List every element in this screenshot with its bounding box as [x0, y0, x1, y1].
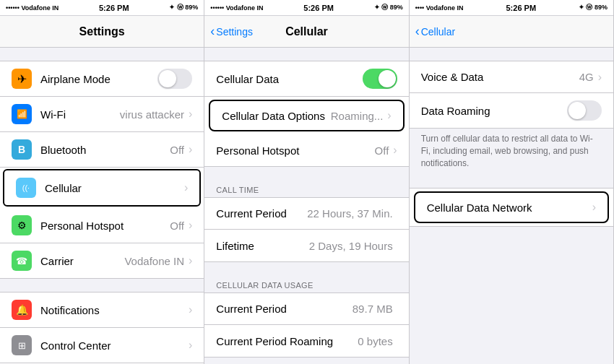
cellular-hotspot-value: Off	[375, 144, 389, 157]
cellular-options-chevron-icon: ›	[387, 109, 391, 122]
nav-bar-3: ‹ Cellular	[410, 16, 613, 48]
current-period-roaming-label: Current Period Roaming	[216, 335, 358, 347]
cellular-hotspot-item[interactable]: Personal Hotspot Off ›	[204, 134, 408, 166]
data-roaming-item[interactable]: Data Roaming	[410, 93, 613, 128]
cellular-chevron-icon: ›	[184, 181, 188, 194]
wifi-item[interactable]: 📶 Wi-Fi virus attacker ›	[0, 97, 204, 132]
cellular-list: Cellular Data Cellular Data Options Roam…	[204, 48, 408, 364]
cellular-data-options-value: Roaming...	[331, 110, 384, 122]
cellular-item[interactable]: ((· Cellular ›	[3, 169, 201, 207]
cellular-data-network-label: Cellular Data Network	[427, 202, 592, 214]
cellular-main-group: Cellular Data Cellular Data Options Roam…	[204, 61, 408, 167]
nav-bar-2: ‹ Settings Cellular	[204, 16, 408, 48]
hotspot-label: Personal Hotspot	[40, 220, 170, 232]
current-period-data-item: Current Period 89.7 MB	[204, 293, 408, 325]
voice-data-label: Voice & Data	[421, 71, 579, 83]
carrier-item[interactable]: ☎ Carrier Vodafone IN ›	[0, 243, 204, 278]
icons-3: ✦ ⓦ 89%	[579, 3, 607, 12]
control-center-label: Control Center	[40, 339, 189, 352]
cellular-data-item[interactable]: Cellular Data	[204, 61, 408, 97]
carrier-icon: ☎	[12, 251, 32, 271]
voice-data-chevron-icon: ›	[598, 71, 602, 84]
network-main-group: Voice & Data 4G › Data Roaming	[410, 61, 613, 129]
back-chevron-icon: ‹	[210, 25, 215, 38]
second-settings-group: 🔔 Notifications › ⊞ Control Center › ☾ D…	[0, 292, 204, 364]
lifetime-calls-item: Lifetime 2 Days, 19 Hours	[204, 230, 408, 261]
wifi-chevron-icon: ›	[189, 108, 192, 121]
network-back-chevron-icon: ‹	[415, 25, 420, 38]
notifications-item[interactable]: 🔔 Notifications ›	[0, 292, 204, 328]
notifications-label: Notifications	[40, 304, 189, 316]
control-center-chevron-icon: ›	[189, 339, 192, 352]
control-center-item[interactable]: ⊞ Control Center ›	[0, 328, 204, 363]
status-bar-2: •••••• Vodafone IN 5:26 PM ✦ ⓦ 89%	[204, 0, 408, 16]
airplane-label: Airplane Mode	[40, 73, 157, 85]
status-bar-1: •••••• Vodafone IN 5:26 PM ✦ ⓦ 89%	[0, 0, 204, 16]
notifications-chevron-icon: ›	[189, 303, 192, 316]
settings-panel: •••••• Vodafone IN 5:26 PM ✦ ⓦ 89% Setti…	[0, 0, 204, 364]
wifi-label: Wi-Fi	[40, 108, 120, 121]
voice-data-item[interactable]: Voice & Data 4G ›	[410, 61, 613, 93]
current-period-calls-value: 22 Hours, 37 Min.	[307, 207, 392, 220]
network-back-label: Cellular	[421, 26, 455, 38]
cellular-data-options-item[interactable]: Cellular Data Options Roaming... ›	[209, 100, 404, 131]
call-time-header: CALL TIME	[204, 180, 408, 197]
notifications-icon: 🔔	[12, 300, 32, 320]
nav-title-2: Cellular	[285, 25, 328, 38]
data-usage-group: Current Period 89.7 MB Current Period Ro…	[204, 292, 408, 358]
cellular-back-button[interactable]: ‹ Settings	[210, 25, 253, 38]
network-back-button[interactable]: ‹ Cellular	[415, 25, 455, 38]
carrier-1: •••••• Vodafone IN	[6, 4, 59, 12]
icons-2: ✦ ⓦ 89%	[374, 3, 403, 12]
status-bar-3: •••• Vodafone IN 5:26 PM ✦ ⓦ 89%	[410, 0, 613, 16]
airplane-toggle[interactable]	[157, 69, 192, 89]
current-period-data-value: 89.7 MB	[353, 303, 393, 315]
voice-data-value: 4G	[579, 71, 594, 83]
cellular-data-network-chevron-icon: ›	[592, 201, 596, 214]
bluetooth-value: Off	[170, 144, 184, 156]
control-center-icon: ⊞	[12, 335, 32, 355]
wifi-icon: 📶	[12, 104, 32, 124]
hotspot-value: Off	[170, 220, 184, 232]
nav-bar-1: Settings	[0, 16, 204, 48]
carrier-label: Carrier	[40, 255, 124, 267]
cellular-label: Cellular	[45, 182, 184, 194]
cellular-data-options-label: Cellular Data Options	[222, 110, 330, 122]
carrier-3: •••• Vodafone IN	[415, 4, 464, 12]
airplane-mode-item[interactable]: ✈ Airplane Mode	[0, 61, 204, 97]
hotspot-icon: ⚙	[12, 215, 32, 235]
data-usage-header: CELLULAR DATA USAGE	[204, 275, 408, 292]
time-1: 5:26 PM	[99, 4, 129, 12]
cellular-data-label: Cellular Data	[216, 73, 362, 85]
cellular-network-panel: •••• Vodafone IN 5:26 PM ✦ ⓦ 89% ‹ Cellu…	[410, 0, 614, 364]
bluetooth-icon: B	[12, 139, 32, 160]
hotspot-chevron-icon: ›	[189, 219, 192, 232]
settings-list: ✈ Airplane Mode 📶 Wi-Fi virus attacker ›…	[0, 48, 204, 364]
current-period-calls-label: Current Period	[216, 207, 307, 220]
cellular-data-network-item[interactable]: Cellular Data Network ›	[414, 191, 609, 223]
network-list: Voice & Data 4G › Data Roaming Turn off …	[410, 48, 613, 364]
icons-1: ✦ ⓦ 89%	[169, 3, 198, 12]
personal-hotspot-item[interactable]: ⚙ Personal Hotspot Off ›	[0, 208, 204, 243]
data-roaming-description: Turn off cellular data to restrict all d…	[410, 129, 613, 175]
time-2: 5:26 PM	[303, 4, 334, 12]
airplane-icon: ✈	[12, 69, 32, 89]
call-time-group: Current Period 22 Hours, 37 Min. Lifetim…	[204, 197, 408, 262]
data-roaming-toggle[interactable]	[567, 100, 602, 121]
carrier-chevron-icon: ›	[189, 254, 192, 267]
back-label: Settings	[216, 26, 253, 38]
cellular-panel: •••••• Vodafone IN 5:26 PM ✦ ⓦ 89% ‹ Set…	[204, 0, 409, 364]
current-period-roaming-item: Current Period Roaming 0 bytes	[204, 325, 408, 357]
bluetooth-item[interactable]: B Bluetooth Off ›	[0, 132, 204, 168]
main-settings-group: ✈ Airplane Mode 📶 Wi-Fi virus attacker ›…	[0, 61, 204, 279]
lifetime-calls-label: Lifetime	[216, 240, 308, 252]
time-3: 5:26 PM	[506, 4, 536, 12]
cellular-data-toggle[interactable]	[363, 69, 397, 89]
cellular-hotspot-label: Personal Hotspot	[216, 144, 374, 157]
data-roaming-label: Data Roaming	[421, 105, 567, 117]
nav-title-1: Settings	[79, 25, 125, 38]
carrier-2: •••••• Vodafone IN	[210, 4, 263, 12]
current-period-calls-item: Current Period 22 Hours, 37 Min.	[204, 198, 408, 230]
current-period-data-label: Current Period	[216, 303, 352, 315]
bluetooth-label: Bluetooth	[40, 144, 170, 156]
